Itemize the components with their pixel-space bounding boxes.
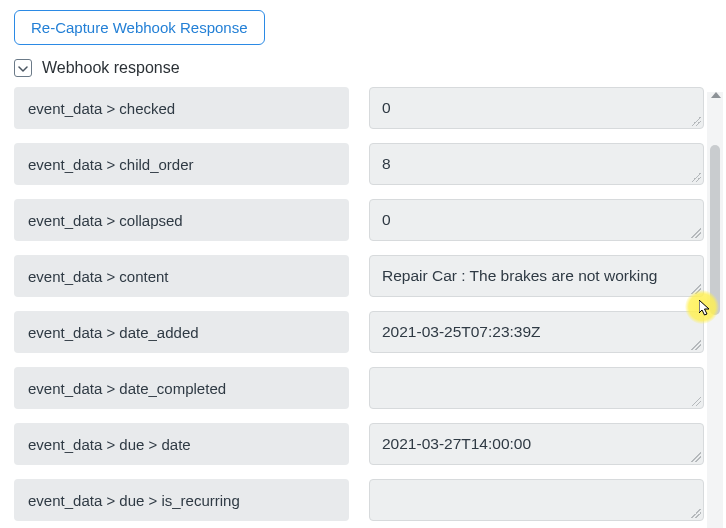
response-value[interactable] [369,367,704,409]
recapture-webhook-button[interactable]: Re-Capture Webhook Response [14,10,265,45]
response-value[interactable]: 2021-03-27T14:00:00 [369,423,704,465]
response-row: event_data > date_completed [14,367,714,409]
response-key: event_data > date_added [14,311,349,353]
response-value[interactable]: 0 [369,199,704,241]
response-row: event_data > date_added 2021-03-25T07:23… [14,311,714,353]
response-value[interactable] [369,479,704,521]
section-title: Webhook response [42,59,180,77]
scrollbar-up-arrow-icon[interactable] [711,92,721,98]
response-key: event_data > checked [14,87,349,129]
response-rows: event_data > checked 0 event_data > chil… [14,87,714,521]
response-row: event_data > checked 0 [14,87,714,129]
response-row: event_data > due > is_recurring [14,479,714,521]
response-value[interactable]: 8 [369,143,704,185]
response-key: event_data > content [14,255,349,297]
response-value[interactable]: 2021-03-25T07:23:39Z [369,311,704,353]
collapse-toggle[interactable] [14,59,32,77]
response-row: event_data > child_order 8 [14,143,714,185]
response-row: event_data > content Repair Car : The br… [14,255,714,297]
response-key: event_data > due > date [14,423,349,465]
section-header: Webhook response [14,59,726,77]
response-value[interactable]: 0 [369,87,704,129]
response-key: event_data > due > is_recurring [14,479,349,521]
chevron-down-icon [18,60,28,77]
response-key: event_data > child_order [14,143,349,185]
response-key: event_data > collapsed [14,199,349,241]
response-row: event_data > collapsed 0 [14,199,714,241]
response-value[interactable]: Repair Car : The brakes are not working [369,255,704,297]
response-row: event_data > due > date 2021-03-27T14:00… [14,423,714,465]
scrollbar-thumb[interactable] [710,145,720,315]
response-key: event_data > date_completed [14,367,349,409]
